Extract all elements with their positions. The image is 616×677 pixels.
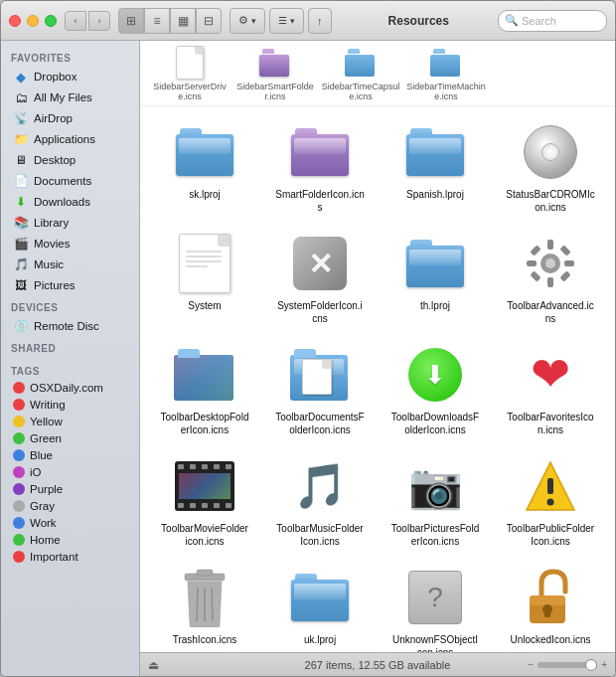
folder-shape <box>291 574 349 621</box>
folder-shape <box>291 128 349 176</box>
tag-dot-yellow <box>13 416 25 427</box>
zoom-in-icon[interactable]: + <box>601 659 607 670</box>
remote-disc-icon: 💿 <box>13 318 29 334</box>
back-button[interactable]: ‹ <box>65 11 86 31</box>
library-icon: 📚 <box>13 215 29 231</box>
sidebar-item-blue[interactable]: Blue <box>5 447 135 463</box>
sidebar-item-allmyfiles[interactable]: 🗂 All My Files <box>5 87 135 107</box>
zoom-out-icon[interactable]: − <box>528 659 534 670</box>
doc-lines <box>186 251 222 270</box>
list-item[interactable]: ToolbarMovieFoldericon.icns <box>150 450 259 552</box>
film-hole <box>202 464 208 469</box>
tag-dot-important <box>13 551 25 563</box>
list-item[interactable]: ToolbarDocumentsFolderIcon.icns <box>265 339 375 440</box>
sidebar-item-home[interactable]: Home <box>5 532 135 548</box>
list-item[interactable]: uk.lproj <box>265 562 375 652</box>
file-icon <box>403 120 467 184</box>
minimize-button[interactable] <box>27 15 39 27</box>
list-item[interactable]: ToolbarPublicFolderIcon.icns <box>496 450 605 552</box>
coverflow-view-button[interactable]: ⊟ <box>196 8 222 34</box>
folder-shine <box>409 250 461 265</box>
sidebar-item-yellow[interactable]: Yellow <box>5 414 135 429</box>
svg-rect-6 <box>530 245 540 255</box>
list-item[interactable]: UnlockedIcon.icns <box>496 562 605 652</box>
sidebar-item-gray[interactable]: Gray <box>5 498 135 514</box>
list-item[interactable]: ? UnknownFSObjectIcon.icns <box>381 562 490 652</box>
sidebar-item-work[interactable]: Work <box>5 515 135 531</box>
list-item[interactable]: 📷 ToolbarPicturesFolderIcon.icns <box>381 450 490 552</box>
file-name-label: SidebarSmartFolder.icns <box>235 82 315 101</box>
sidebar-item-pictures[interactable]: 🖼 Pictures <box>5 275 135 295</box>
list-item[interactable]: TrashIcon.icns <box>150 562 259 652</box>
list-item[interactable]: Spanish.lproj <box>381 116 490 218</box>
sidebar-item-downloads[interactable]: ⬇ Downloads <box>5 192 135 212</box>
search-box[interactable]: 🔍 Search <box>498 10 607 32</box>
forward-button[interactable]: › <box>88 11 110 31</box>
items-count-label: 267 items, 12.55 GB available <box>305 659 451 671</box>
icon-view-button[interactable]: ⊞ <box>118 8 144 34</box>
main-layout: FAVORITES ◆ Dropbox 🗂 All My Files 📡 Air… <box>1 41 615 676</box>
doc-line <box>186 251 222 253</box>
sidebar-item-writing[interactable]: Writing <box>5 397 135 413</box>
list-view-button[interactable]: ≡ <box>144 8 170 34</box>
folder-shine <box>409 138 461 154</box>
eject-button[interactable]: ⏏ <box>148 658 159 672</box>
list-item[interactable]: SidebarTimeCapsule.icns <box>321 47 400 101</box>
sidebar-item-music[interactable]: 🎵 Music <box>5 254 135 274</box>
disc-shape <box>524 125 577 179</box>
list-item[interactable]: SidebarSmartFolder.icns <box>235 47 315 101</box>
sidebar-item-label: Writing <box>30 399 66 411</box>
list-item[interactable]: SmartFolderIcon.icns <box>265 116 375 218</box>
zoom-handle[interactable] <box>585 659 597 671</box>
file-icon <box>288 566 352 629</box>
list-item[interactable]: System <box>150 228 259 329</box>
applications-icon: 📁 <box>13 131 29 147</box>
folder-shine <box>294 138 346 154</box>
file-icon <box>173 343 236 407</box>
sidebar-item-purple[interactable]: Purple <box>5 481 135 497</box>
file-name-label: th.lproj <box>420 299 450 312</box>
sidebar-item-osxdaily[interactable]: OSXDaily.com <box>5 380 135 396</box>
sidebar-item-label: iO <box>30 466 42 478</box>
maximize-button[interactable] <box>45 15 57 27</box>
sidebar-item-green[interactable]: Green <box>5 430 135 446</box>
list-item[interactable]: sk.lproj <box>150 116 259 218</box>
list-item[interactable]: ⬇ ToolbarDownloadsFolderIcon.icns <box>381 339 490 440</box>
sidebar-item-label: Movies <box>34 238 70 250</box>
sidebar-item-desktop[interactable]: 🖥 Desktop <box>5 150 135 170</box>
list-item[interactable]: SidebarServerDrive.icns <box>150 47 230 101</box>
file-icon <box>288 120 352 184</box>
zoom-controls: − + <box>528 659 607 670</box>
action-button[interactable]: ⚙▾ <box>230 8 265 34</box>
folder-shine <box>294 584 346 599</box>
svg-rect-19 <box>530 595 565 605</box>
list-item[interactable]: 🎵 ToolbarMusicFolderIcon.icns <box>265 450 375 552</box>
column-view-button[interactable]: ▦ <box>170 8 196 34</box>
svg-rect-21 <box>544 609 550 617</box>
sidebar-item-documents[interactable]: 📄 Documents <box>5 171 135 191</box>
zoom-slider[interactable] <box>538 662 597 668</box>
list-item[interactable]: ✕ SystemFolderIcon.icns <box>265 228 375 329</box>
sidebar-item-remote-disc[interactable]: 💿 Remote Disc <box>5 316 135 336</box>
arrange-button[interactable]: ☰▾ <box>269 8 304 34</box>
list-item[interactable]: SidebarTimeMachine.icns <box>406 47 486 101</box>
sidebar-item-important[interactable]: Important <box>5 549 135 565</box>
sidebar-item-airdrop[interactable]: 📡 AirDrop <box>5 108 135 128</box>
sidebar-item-io[interactable]: iO <box>5 464 135 480</box>
list-item[interactable]: ToolbarDesktopFolderIcon.icns <box>150 339 259 440</box>
list-item[interactable]: StatusBarCDROMIcon.icns <box>496 116 605 218</box>
svg-line-15 <box>197 588 198 621</box>
sidebar-item-movies[interactable]: 🎬 Movies <box>5 234 135 254</box>
sidebar-item-library[interactable]: 📚 Library <box>5 213 135 233</box>
sidebar-item-label: Purple <box>30 483 63 495</box>
list-item[interactable]: ToolbarAdvanced.icns <box>496 228 605 329</box>
folder-body <box>176 134 233 176</box>
sidebar-item-applications[interactable]: 📁 Applications <box>5 129 135 149</box>
tag-dot-gray <box>13 500 25 512</box>
sidebar-item-dropbox[interactable]: ◆ Dropbox <box>5 67 135 86</box>
doc-line <box>186 265 208 267</box>
list-item[interactable]: th.lproj <box>381 228 490 329</box>
share-button[interactable]: ↑ <box>308 8 332 34</box>
list-item[interactable]: ❤ ToolbarFavoritesIcon.icns <box>496 339 605 440</box>
close-button[interactable] <box>9 15 21 27</box>
